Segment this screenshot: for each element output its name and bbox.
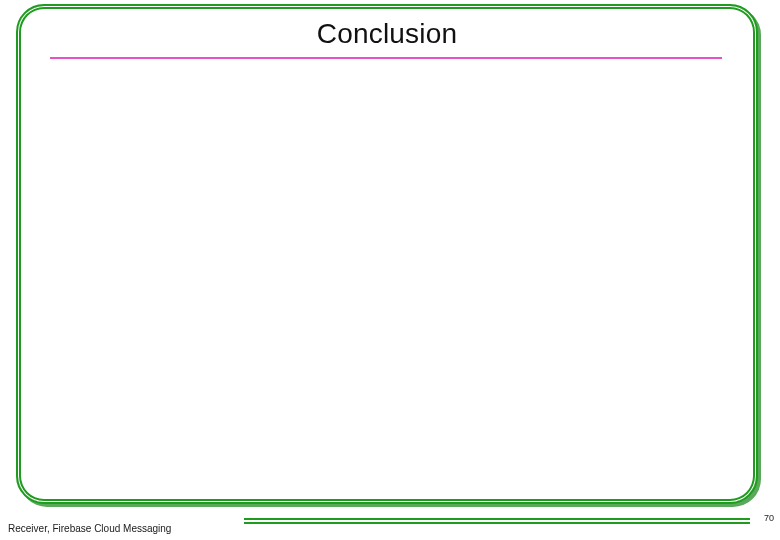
slide-canvas: Conclusion Receiver, Firebase Cloud Mess… (0, 0, 780, 540)
footer-text: Receiver, Firebase Cloud Messaging (8, 523, 171, 534)
title-underline (50, 57, 722, 59)
slide-title: Conclusion (317, 18, 458, 50)
slide-frame: Conclusion (16, 4, 758, 504)
page-number: 70 (764, 513, 774, 523)
footer-divider (244, 518, 750, 524)
